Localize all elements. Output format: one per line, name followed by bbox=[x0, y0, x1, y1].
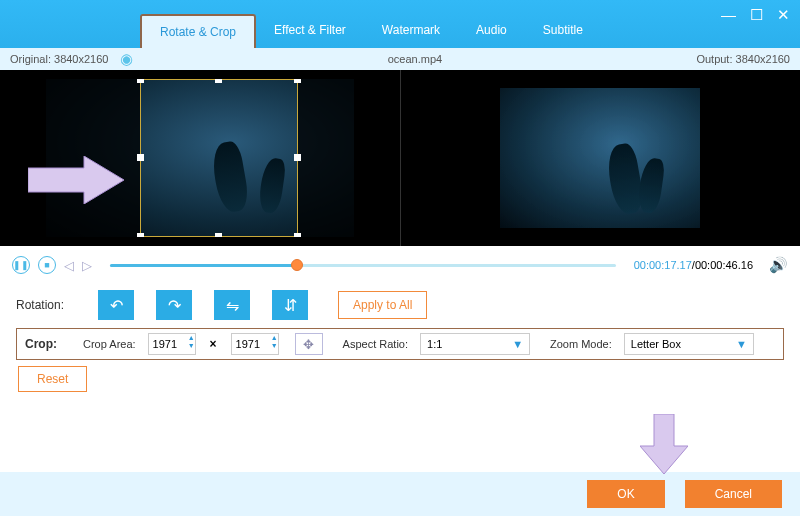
zoom-mode-dropdown[interactable]: Letter Box▼ bbox=[624, 333, 754, 355]
crop-handle[interactable] bbox=[137, 79, 144, 83]
tab-rotate-crop[interactable]: Rotate & Crop bbox=[140, 14, 256, 48]
playback-controls: ❚❚ ■ ◁ ▷ 00:00:17.17/00:00:46.16 🔊 bbox=[0, 250, 800, 280]
width-spinner[interactable]: ▲▼ bbox=[188, 334, 195, 350]
eye-icon[interactable]: ◉ bbox=[120, 50, 133, 68]
tab-bar: Rotate & Crop Effect & Filter Watermark … bbox=[140, 14, 601, 48]
tab-audio[interactable]: Audio bbox=[458, 14, 525, 48]
maximize-icon[interactable]: ☐ bbox=[750, 6, 763, 24]
dimension-separator: × bbox=[210, 337, 217, 351]
position-picker[interactable]: ✥ bbox=[295, 333, 323, 355]
time-display: 00:00:17.17/00:00:46.16 bbox=[634, 259, 753, 271]
crop-handle[interactable] bbox=[137, 154, 144, 161]
crop-handle[interactable] bbox=[215, 79, 222, 83]
crop-selection[interactable] bbox=[140, 79, 298, 237]
annotation-arrow-down bbox=[640, 414, 688, 474]
title-bar: — ☐ ✕ Rotate & Crop Effect & Filter Wate… bbox=[0, 0, 800, 48]
reset-button[interactable]: Reset bbox=[18, 366, 87, 392]
apply-to-all-button[interactable]: Apply to All bbox=[338, 291, 427, 319]
rotate-left-button[interactable]: ↶ bbox=[98, 290, 134, 320]
prev-frame-icon[interactable]: ◁ bbox=[64, 258, 74, 273]
ok-button[interactable]: OK bbox=[587, 480, 664, 508]
cancel-button[interactable]: Cancel bbox=[685, 480, 782, 508]
minimize-icon[interactable]: — bbox=[721, 6, 736, 24]
crop-handle[interactable] bbox=[294, 154, 301, 161]
stop-icon[interactable]: ■ bbox=[38, 256, 56, 274]
rotation-label: Rotation: bbox=[16, 298, 86, 312]
bottom-bar: OK Cancel bbox=[0, 472, 800, 516]
file-name: ocean.mp4 bbox=[388, 53, 442, 65]
output-resolution: Output: 3840x2160 bbox=[696, 53, 790, 65]
crop-handle[interactable] bbox=[137, 233, 144, 237]
current-time: 00:00:17.17 bbox=[634, 259, 692, 271]
crop-row: Crop: Crop Area: ▲▼ × ▲▼ ✥ Aspect Ratio:… bbox=[16, 328, 784, 360]
svg-marker-0 bbox=[28, 156, 124, 204]
next-frame-icon[interactable]: ▷ bbox=[82, 258, 92, 273]
flip-vertical-button[interactable]: ⇵ bbox=[272, 290, 308, 320]
rotation-row: Rotation: ↶ ↷ ⇋ ⇵ Apply to All bbox=[16, 290, 784, 320]
crop-handle[interactable] bbox=[294, 233, 301, 237]
close-icon[interactable]: ✕ bbox=[777, 6, 790, 24]
output-video-frame bbox=[500, 88, 700, 228]
tab-subtitle[interactable]: Subtitle bbox=[525, 14, 601, 48]
timeline-thumb[interactable] bbox=[291, 259, 303, 271]
height-spinner[interactable]: ▲▼ bbox=[271, 334, 278, 350]
aspect-ratio-label: Aspect Ratio: bbox=[343, 338, 408, 350]
annotation-arrow-right bbox=[28, 156, 124, 204]
total-time: /00:00:46.16 bbox=[692, 259, 753, 271]
timeline-slider[interactable] bbox=[110, 264, 616, 267]
output-preview bbox=[401, 70, 801, 246]
original-resolution: Original: 3840x2160 bbox=[10, 53, 108, 65]
zoom-mode-label: Zoom Mode: bbox=[550, 338, 612, 350]
chevron-down-icon: ▼ bbox=[736, 338, 747, 350]
tab-effect-filter[interactable]: Effect & Filter bbox=[256, 14, 364, 48]
rotate-right-button[interactable]: ↷ bbox=[156, 290, 192, 320]
svg-marker-1 bbox=[640, 414, 688, 474]
chevron-down-icon: ▼ bbox=[512, 338, 523, 350]
pause-icon[interactable]: ❚❚ bbox=[12, 256, 30, 274]
flip-horizontal-button[interactable]: ⇋ bbox=[214, 290, 250, 320]
aspect-ratio-dropdown[interactable]: 1:1▼ bbox=[420, 333, 530, 355]
volume-icon[interactable]: 🔊 bbox=[769, 256, 788, 274]
crop-area-label: Crop Area: bbox=[83, 338, 136, 350]
crop-handle[interactable] bbox=[294, 79, 301, 83]
info-bar: Original: 3840x2160 ◉ ocean.mp4 Output: … bbox=[0, 48, 800, 70]
tab-watermark[interactable]: Watermark bbox=[364, 14, 458, 48]
crop-label: Crop: bbox=[25, 337, 63, 351]
crop-handle[interactable] bbox=[215, 233, 222, 237]
